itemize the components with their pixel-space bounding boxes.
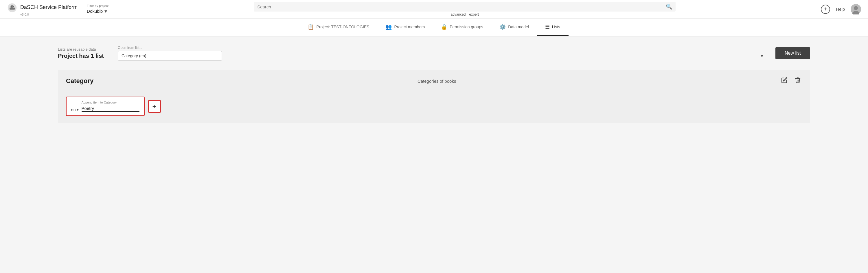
category-section: Category Categories of books	[58, 70, 810, 123]
help-link[interactable]: Help	[836, 7, 845, 11]
filter-select[interactable]: Dokubib ▾	[87, 8, 108, 14]
version-text: v5.0.0	[20, 13, 29, 16]
open-from-label: Open from list...	[118, 46, 766, 50]
delete-category-button[interactable]	[793, 76, 802, 86]
filter-area: Filter by project Dokubib ▾	[87, 4, 108, 14]
avatar-icon	[850, 4, 861, 14]
tab-lists[interactable]: ☰ Lists	[537, 19, 568, 36]
category-header: Category Categories of books	[58, 70, 810, 92]
tab-data-model[interactable]: ⚙️ Data model	[491, 19, 537, 36]
list-select[interactable]: Category (en)	[118, 51, 222, 61]
tab-label-project-members: Project members	[394, 25, 425, 29]
search-expert-link[interactable]: expert	[469, 12, 479, 16]
avatar[interactable]	[850, 4, 861, 14]
svg-point-0	[11, 6, 13, 7]
project-has-list: Project has 1 list	[58, 53, 104, 59]
append-field-wrapper: Append item to Category	[82, 101, 140, 112]
logo-text: DaSCH Service Platform	[20, 4, 78, 10]
lang-select[interactable]: en ▾	[71, 107, 79, 112]
search-advanced-link[interactable]: advanced	[451, 12, 466, 16]
logo-area: DaSCH Service Platform v5.0.0	[7, 2, 78, 16]
lock-icon: 🔒	[441, 24, 447, 30]
tab-project-ontologies[interactable]: 📋 Project: TEST-ONTOLOGIES	[300, 19, 377, 36]
add-button[interactable]: +	[821, 5, 830, 14]
nav-tabs: 📋 Project: TEST-ONTOLOGIES 👥 Project mem…	[0, 19, 868, 36]
project-info-left: Lists are reusable data Project has 1 li…	[58, 47, 104, 59]
new-list-button[interactable]: New list	[775, 47, 810, 59]
project-info-row: Lists are reusable data Project has 1 li…	[58, 46, 810, 61]
tab-label-data-model: Data model	[508, 25, 529, 29]
clipboard-icon: 📋	[308, 24, 314, 30]
lang-label: en	[71, 107, 76, 112]
header: DaSCH Service Platform v5.0.0 Filter by …	[0, 0, 868, 19]
filter-value: Dokubib	[87, 9, 103, 13]
category-description: Categories of books	[93, 79, 780, 83]
main-content: Lists are reusable data Project has 1 li…	[0, 36, 868, 132]
select-chevron-icon: ▾	[761, 53, 763, 59]
gear-icon: ⚙️	[499, 24, 506, 30]
edit-category-button[interactable]	[780, 76, 789, 86]
tab-label-project-ontologies: Project: TEST-ONTOLOGIES	[316, 25, 369, 29]
header-right: + Help	[821, 4, 861, 14]
people-icon: 👥	[385, 24, 392, 30]
lists-reusable-label: Lists are reusable data	[58, 47, 104, 52]
add-item-button[interactable]: +	[148, 100, 161, 113]
chevron-down-icon: ▾	[104, 8, 107, 14]
open-from-list-area: Open from list... Category (en) ▾	[118, 46, 766, 61]
append-input[interactable]	[82, 105, 140, 112]
pencil-icon	[781, 77, 787, 83]
append-item-row: en ▾ Append item to Category +	[58, 92, 810, 123]
search-icon: 🔍	[666, 3, 672, 10]
trash-icon	[795, 77, 801, 83]
search-area: 🔍 advanced expert	[113, 2, 816, 16]
append-label: Append item to Category	[82, 101, 140, 104]
search-sub-links: advanced expert	[451, 12, 479, 16]
tab-permission-groups[interactable]: 🔒 Permission groups	[433, 19, 491, 36]
category-title: Category	[66, 77, 93, 85]
list-icon: ☰	[545, 24, 550, 30]
category-actions	[780, 76, 802, 86]
svg-point-2	[854, 6, 858, 10]
tab-label-permission-groups: Permission groups	[450, 25, 483, 29]
logo-icon	[7, 2, 18, 13]
search-box: 🔍	[254, 2, 676, 11]
append-box: en ▾ Append item to Category	[66, 97, 145, 116]
tab-project-members[interactable]: 👥 Project members	[377, 19, 433, 36]
filter-label: Filter by project	[87, 4, 108, 7]
lang-chevron-icon: ▾	[77, 107, 79, 112]
tab-label-lists: Lists	[552, 25, 560, 29]
search-input[interactable]	[257, 4, 666, 9]
list-select-wrapper: Category (en) ▾	[118, 51, 766, 61]
